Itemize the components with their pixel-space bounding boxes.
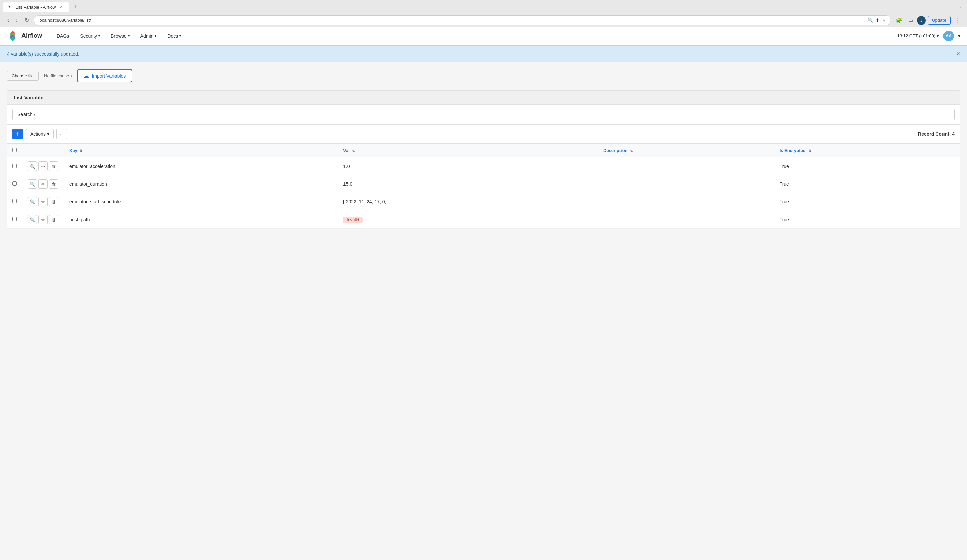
new-tab-button[interactable]: + [71,2,79,12]
list-variable-panel: List Variable Search ▾ + Actions ▾ ← Rec… [7,90,960,229]
user-avatar[interactable]: AA [943,31,954,41]
record-count: Record Count: 4 [918,131,955,137]
row-delete-button[interactable]: 🗑 [49,161,58,171]
variables-table-wrapper: Key ⇅ Val ⇅ Description ⇅ Is Encrypted [7,144,960,229]
row-checkbox[interactable] [12,217,17,221]
row-view-button[interactable]: 🔍 [28,179,37,189]
select-all-checkbox[interactable] [12,148,17,152]
table-row: 🔍 ✏ 🗑 host_pathInvalidTrue [7,211,960,229]
add-button[interactable]: + [12,128,23,139]
row-edit-button[interactable]: ✏ [38,215,48,224]
actions-button[interactable]: Actions ▾ [26,129,54,139]
row-delete-button[interactable]: 🗑 [49,215,58,224]
row-edit-button[interactable]: ✏ [38,197,48,206]
table-row: 🔍 ✏ 🗑 emulator_duration15.0True [7,175,960,193]
row-key: host_path [64,211,338,229]
alert-message: 4 variable(s) successfully updated. [7,51,79,57]
actions-label: Actions [30,131,46,137]
table-body: 🔍 ✏ 🗑 emulator_acceleration1.0True 🔍 ✏ 🗑… [7,158,960,229]
row-edit-button[interactable]: ✏ [38,161,48,171]
nav-security[interactable]: Security ▾ [75,31,105,41]
cloud-upload-icon: ☁ [84,72,89,79]
back-button[interactable]: ← [56,128,67,139]
row-checkbox-cell [7,175,22,193]
extensions-button[interactable]: 🧩 [894,16,904,25]
file-import-section: Choose file No file chosen ☁ Import Vari… [7,69,960,82]
row-view-button[interactable]: 🔍 [28,197,37,206]
row-view-button[interactable]: 🔍 [28,215,37,224]
row-description [598,158,774,175]
row-checkbox[interactable] [12,181,17,186]
refresh-nav-button[interactable]: ↻ [23,16,31,25]
search-label: Search [18,112,32,117]
nav-browse[interactable]: Browse ▾ [106,31,134,41]
search-icon: 🔍 [868,18,873,23]
search-bar: Search ▾ [7,105,960,125]
search-caret-icon: ▾ [34,113,35,117]
row-actions: 🔍 ✏ 🗑 [28,197,58,206]
th-is-encrypted[interactable]: Is Encrypted ⇅ [774,144,960,158]
row-delete-button[interactable]: 🗑 [49,197,58,206]
time-display[interactable]: 13:12 CET (+01:00) ▾ [897,33,939,38]
no-file-label: No file chosen [44,73,71,78]
address-bar: ‹ › ↻ localhost:8080/variable/list/ 🔍 ⬆ … [3,14,964,26]
browse-caret: ▾ [128,34,130,38]
row-checkbox-cell [7,158,22,175]
airflow-logo-icon [7,30,19,42]
panel-title: List Variable [7,91,960,105]
th-key[interactable]: Key ⇅ [64,144,338,158]
app-header: Airflow DAGs Security ▾ Browse ▾ Admin ▾… [0,26,967,45]
profile-button[interactable]: J [917,16,926,25]
url-text: localhost:8080/variable/list/ [39,18,865,23]
th-row-actions [22,144,64,158]
record-count-value: 4 [952,131,955,137]
row-delete-button[interactable]: 🗑 [49,179,58,189]
user-caret: ▾ [958,33,960,39]
url-bar[interactable]: localhost:8080/variable/list/ 🔍 ⬆ ☆ [34,15,891,25]
table-row: 🔍 ✏ 🗑 emulator_acceleration1.0True [7,158,960,175]
browser-more-button[interactable]: ⋮ [952,16,962,25]
nav-dags[interactable]: DAGs [52,31,74,41]
update-button[interactable]: Update [928,16,950,25]
tab-bar: ✈ List Variable - Airflow ✕ + ⌄ [3,2,964,12]
browser-chrome: ✈ List Variable - Airflow ✕ + ⌄ ‹ › ↻ lo… [0,0,967,26]
row-key: emulator_start_schedule [64,193,338,211]
row-val: [ 2022, 11, 24, 17, 0, ... [338,193,598,211]
row-checkbox-cell [7,193,22,211]
user-initials: AA [946,33,952,38]
tab-more-button[interactable]: ⌄ [958,3,964,11]
back-nav-button[interactable]: ‹ [5,16,11,25]
import-label: Import Variables [92,73,125,79]
security-caret: ▾ [98,34,100,38]
variables-table: Key ⇅ Val ⇅ Description ⇅ Is Encrypted [7,144,960,229]
row-checkbox[interactable] [12,163,17,168]
logo-text: Airflow [21,32,42,39]
row-checkbox[interactable] [12,199,17,203]
actions-caret-icon: ▾ [47,131,50,137]
nav-admin[interactable]: Admin ▾ [136,31,162,41]
import-variables-button[interactable]: ☁ Import Variables [77,69,132,82]
th-description[interactable]: Description ⇅ [598,144,774,158]
tab-close-button[interactable]: ✕ [58,4,64,10]
th-val[interactable]: Val ⇅ [338,144,598,158]
sidebar-toggle-button[interactable]: ▭ [906,16,915,25]
row-description [598,193,774,211]
record-count-label: Record Count: [918,131,950,137]
nav-menu: DAGs Security ▾ Browse ▾ Admin ▾ Docs ▾ [52,31,887,41]
logo[interactable]: Airflow [7,30,42,42]
row-is-encrypted: True [774,193,960,211]
th-select-all[interactable] [7,144,22,158]
alert-banner: 4 variable(s) successfully updated. × [0,45,967,63]
key-sort-icon: ⇅ [79,149,82,153]
nav-docs[interactable]: Docs ▾ [163,31,186,41]
forward-nav-button[interactable]: › [14,16,20,25]
choose-file-button[interactable]: Choose file [7,71,39,81]
row-edit-button[interactable]: ✏ [38,179,48,189]
search-dropdown[interactable]: Search ▾ [12,109,955,120]
active-tab[interactable]: ✈ List Variable - Airflow ✕ [3,2,69,12]
row-actions: 🔍 ✏ 🗑 [28,179,58,189]
admin-caret: ▾ [155,34,157,38]
row-actions-cell: 🔍 ✏ 🗑 [22,193,64,211]
alert-close-button[interactable]: × [956,50,960,58]
row-view-button[interactable]: 🔍 [28,161,37,171]
